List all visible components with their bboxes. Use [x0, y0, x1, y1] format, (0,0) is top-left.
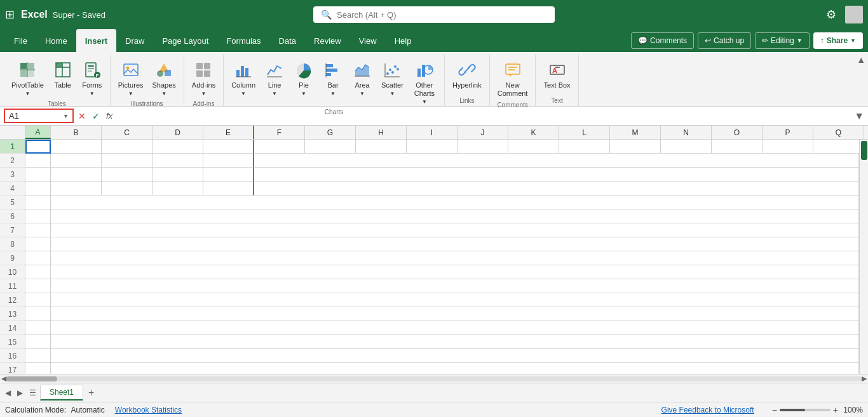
- cell-C1[interactable]: [102, 140, 153, 154]
- column-chart-button[interactable]: Column ▼: [227, 57, 259, 99]
- insert-function-button[interactable]: fx: [104, 110, 114, 122]
- pivot-table-button[interactable]: PivotTable ▼: [8, 57, 48, 99]
- cell-rest-7[interactable]: [51, 223, 859, 237]
- cell-C2[interactable]: [102, 154, 153, 168]
- col-header-B[interactable]: B: [51, 126, 102, 139]
- cell-D3[interactable]: [153, 168, 203, 182]
- addins-button[interactable]: Add-ins ▼: [188, 57, 219, 99]
- cell-B2[interactable]: [51, 154, 102, 168]
- cell-A5[interactable]: [25, 195, 51, 209]
- table-button[interactable]: Table: [49, 57, 77, 92]
- row-num-2[interactable]: 2: [0, 154, 25, 168]
- cell-D1[interactable]: [153, 140, 203, 154]
- cell-A13[interactable]: [25, 307, 51, 321]
- settings-button[interactable]: ⚙: [821, 5, 841, 24]
- cell-A1[interactable]: [25, 140, 51, 154]
- cell-F1[interactable]: [254, 140, 305, 154]
- cell-B3[interactable]: [51, 168, 102, 182]
- cell-rest-16[interactable]: [51, 349, 859, 363]
- cell-A11[interactable]: [25, 279, 51, 293]
- row-num-10[interactable]: 10: [0, 265, 25, 279]
- h-scroll-thumb[interactable]: [6, 376, 57, 381]
- cell-rest-5[interactable]: [51, 195, 859, 209]
- name-box-arrow[interactable]: ▼: [63, 113, 69, 119]
- zoom-out-button[interactable]: −: [772, 405, 777, 415]
- cell-rest-2[interactable]: [254, 154, 859, 168]
- scatter-chart-button[interactable]: Scatter ▼: [377, 57, 407, 99]
- cell-E2[interactable]: [203, 154, 254, 168]
- cell-E1[interactable]: [203, 140, 254, 154]
- cell-C4[interactable]: [102, 182, 153, 195]
- workbook-stats-button[interactable]: Workbook Statistics: [115, 406, 182, 414]
- col-header-Q[interactable]: Q: [813, 126, 864, 139]
- cell-D2[interactable]: [153, 154, 203, 168]
- tab-insert[interactable]: Insert: [76, 29, 116, 52]
- col-header-N[interactable]: N: [661, 126, 712, 139]
- cell-P1[interactable]: [763, 140, 813, 154]
- sheet-tab-sheet1[interactable]: Sheet1: [40, 385, 83, 400]
- col-header-M[interactable]: M: [610, 126, 661, 139]
- col-header-E[interactable]: E: [203, 126, 254, 139]
- tab-home[interactable]: Home: [36, 29, 76, 52]
- cell-rest-6[interactable]: [51, 209, 859, 223]
- col-header-K[interactable]: K: [508, 126, 559, 139]
- add-sheet-button[interactable]: +: [85, 386, 98, 400]
- tab-page-layout[interactable]: Page Layout: [153, 29, 217, 52]
- zoom-in-button[interactable]: +: [833, 405, 838, 415]
- row-num-16[interactable]: 16: [0, 349, 25, 363]
- scroll-left-button[interactable]: ◀: [1, 374, 6, 383]
- cell-I1[interactable]: [407, 140, 458, 154]
- cell-H1[interactable]: [356, 140, 407, 154]
- scroll-sheet-right-button[interactable]: ▶: [15, 387, 25, 399]
- grid-icon[interactable]: ⊞: [5, 8, 15, 22]
- cell-rest-11[interactable]: [51, 279, 859, 293]
- row-num-7[interactable]: 7: [0, 223, 25, 237]
- feedback-link[interactable]: Give Feedback to Microsoft: [661, 406, 754, 414]
- formula-expand-button[interactable]: ▼: [854, 110, 864, 122]
- cancel-formula-button[interactable]: ✕: [76, 110, 88, 122]
- cell-A4[interactable]: [25, 182, 51, 195]
- row-num-9[interactable]: 9: [0, 251, 25, 265]
- editing-button[interactable]: ✏ Editing ▼: [755, 32, 810, 49]
- cell-A15[interactable]: [25, 335, 51, 349]
- cell-N1[interactable]: [661, 140, 712, 154]
- cell-rest-13[interactable]: [51, 307, 859, 321]
- scroll-right-button[interactable]: ▶: [862, 374, 867, 383]
- bar-chart-button[interactable]: Bar ▼: [319, 57, 347, 99]
- sheet-options-button[interactable]: ☰: [27, 387, 39, 399]
- area-chart-button[interactable]: Area ▼: [348, 57, 376, 99]
- row-num-11[interactable]: 11: [0, 279, 25, 293]
- cell-rest-12[interactable]: [51, 293, 859, 307]
- col-header-A[interactable]: A: [25, 126, 51, 139]
- row-num-15[interactable]: 15: [0, 335, 25, 349]
- col-header-L[interactable]: L: [559, 126, 610, 139]
- row-num-6[interactable]: 6: [0, 209, 25, 223]
- col-header-P[interactable]: P: [763, 126, 813, 139]
- row-num-14[interactable]: 14: [0, 321, 25, 335]
- scroll-sheet-left-button[interactable]: ◀: [3, 387, 13, 399]
- cell-E3[interactable]: [203, 168, 254, 182]
- row-num-17[interactable]: 17: [0, 363, 25, 374]
- v-scroll-thumb[interactable]: [861, 141, 867, 160]
- cell-Q1[interactable]: [813, 140, 859, 154]
- text-box-button[interactable]: A Text Box: [539, 57, 574, 92]
- cell-rest-4[interactable]: [254, 182, 859, 195]
- col-header-I[interactable]: I: [407, 126, 458, 139]
- cell-A3[interactable]: [25, 168, 51, 182]
- cell-B1[interactable]: [51, 140, 102, 154]
- cell-C3[interactable]: [102, 168, 153, 182]
- shapes-button[interactable]: Shapes ▼: [149, 57, 180, 99]
- row-num-3[interactable]: 3: [0, 168, 25, 182]
- cell-A6[interactable]: [25, 209, 51, 223]
- cell-K1[interactable]: [508, 140, 559, 154]
- tab-formulas[interactable]: Formulas: [217, 29, 269, 52]
- cell-B4[interactable]: [51, 182, 102, 195]
- h-scroll-track[interactable]: [6, 376, 862, 381]
- cell-O1[interactable]: [712, 140, 763, 154]
- cell-E4[interactable]: [203, 182, 254, 195]
- row-num-12[interactable]: 12: [0, 293, 25, 307]
- cell-rest-8[interactable]: [51, 237, 859, 251]
- cell-rest-10[interactable]: [51, 265, 859, 279]
- cell-A8[interactable]: [25, 237, 51, 251]
- col-header-R[interactable]: R: [864, 126, 868, 139]
